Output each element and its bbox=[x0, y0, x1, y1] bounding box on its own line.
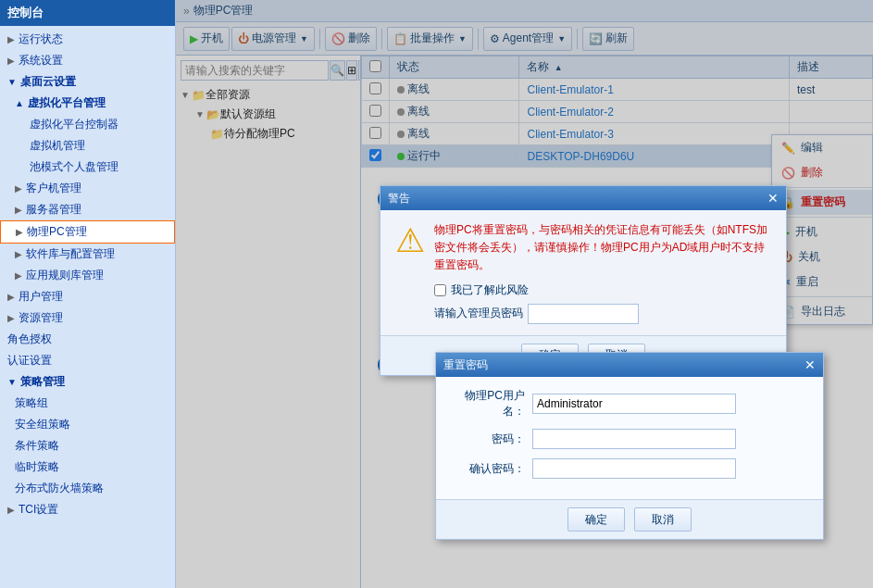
arrow-icon: ▶ bbox=[15, 249, 22, 259]
sidebar-item-tci-settings[interactable]: ▶ TCI设置 bbox=[0, 499, 175, 520]
password-label: 密码： bbox=[451, 432, 525, 447]
arrow-icon: ▶ bbox=[15, 270, 22, 281]
sidebar-item-user-mgr[interactable]: ▶ 用户管理 bbox=[0, 286, 175, 307]
username-label: 物理PC用户名： bbox=[451, 388, 525, 419]
username-row: 物理PC用户名： bbox=[451, 388, 808, 419]
arrow-icon: ▶ bbox=[7, 34, 15, 44]
password-row: 密码： bbox=[451, 429, 808, 449]
sidebar-item-auth-settings[interactable]: 认证设置 bbox=[0, 350, 175, 371]
arrow-icon: ▶ bbox=[15, 183, 22, 194]
sidebar-header: 控制台 bbox=[0, 0, 175, 26]
sidebar-item-role-auth[interactable]: 角色授权 bbox=[0, 329, 175, 350]
reset-dialog-title: 重置密码 ✕ bbox=[436, 353, 823, 377]
sidebar-item-security-policy[interactable]: 安全组策略 bbox=[0, 414, 175, 435]
sidebar-item-temp-policy[interactable]: 临时策略 bbox=[0, 457, 175, 478]
warning-dialog: 警告 ✕ ⚠ 物理PC将重置密码，与密码相关的凭证信息有可能丢失（如NTFS加密… bbox=[380, 185, 787, 376]
sidebar-item-sw-config[interactable]: ▶ 软件库与配置管理 bbox=[0, 244, 175, 265]
arrow-icon: ▶ bbox=[7, 56, 15, 66]
reset-dialog-content: 物理PC用户名： 密码： 确认密码： bbox=[436, 377, 823, 499]
arrow-icon: ▼ bbox=[7, 377, 17, 387]
sidebar-item-sys-settings[interactable]: ▶ 系统设置 bbox=[0, 50, 175, 71]
arrow-icon: ▼ bbox=[7, 77, 17, 87]
sidebar-item-physical-pc[interactable]: ▶ 物理PC管理 bbox=[0, 220, 175, 244]
arrow-icon: ▶ bbox=[16, 227, 23, 237]
reset-dialog-footer: 确定 取消 bbox=[436, 499, 823, 539]
password-input[interactable] bbox=[532, 429, 736, 449]
sidebar-item-app-policy[interactable]: ▶ 应用规则库管理 bbox=[0, 265, 175, 286]
sidebar-item-condition-policy[interactable]: 条件策略 bbox=[0, 435, 175, 457]
sidebar-item-res-mgr[interactable]: ▶ 资源管理 bbox=[0, 307, 175, 329]
sidebar-section: ▶ 运行状态 ▶ 系统设置 ▼ 桌面云设置 ▲ 虚拟化平台管理 虚拟化平台控制器… bbox=[0, 26, 175, 523]
sidebar-item-virt-platform[interactable]: ▲ 虚拟化平台管理 bbox=[0, 93, 175, 114]
reset-close-button[interactable]: ✕ bbox=[804, 357, 816, 372]
arrow-icon: ▶ bbox=[7, 505, 15, 515]
warning-icon: ⚠ bbox=[395, 221, 425, 324]
sidebar-item-policy-grp[interactable]: 策略组 bbox=[0, 393, 175, 414]
sidebar-item-desktop-cloud[interactable]: ▼ 桌面云设置 bbox=[0, 71, 175, 93]
admin-password-input[interactable] bbox=[528, 304, 639, 324]
sidebar-item-server-mgr[interactable]: ▶ 服务器管理 bbox=[0, 199, 175, 220]
arrow-icon: ▲ bbox=[15, 98, 24, 108]
sidebar-item-virt-controller[interactable]: 虚拟化平台控制器 bbox=[0, 114, 175, 135]
warning-text: 物理PC将重置密码，与密码相关的凭证信息有可能丢失（如NTFS加密文件将会丢失）… bbox=[434, 221, 771, 275]
risk-checkbox[interactable] bbox=[434, 284, 446, 296]
warning-close-button[interactable]: ✕ bbox=[767, 191, 779, 206]
warning-dialog-title: 警告 ✕ bbox=[380, 186, 786, 210]
sidebar: 控制台 ▶ 运行状态 ▶ 系统设置 ▼ 桌面云设置 ▲ 虚拟化平台管理 虚拟化平… bbox=[0, 0, 176, 588]
reset-confirm-button[interactable]: 确定 bbox=[567, 507, 625, 532]
confirm-pwd-label: 确认密码： bbox=[451, 461, 525, 477]
confirm-pwd-row: 确认密码： bbox=[451, 458, 808, 479]
warning-body: ⚠ 物理PC将重置密码，与密码相关的凭证信息有可能丢失（如NTFS加密文件将会丢… bbox=[380, 210, 786, 335]
username-input[interactable] bbox=[532, 394, 736, 414]
sidebar-item-pool-disk[interactable]: 池模式个人盘管理 bbox=[0, 156, 175, 178]
warning-input-row: 请输入管理员密码 bbox=[434, 304, 771, 324]
arrow-icon: ▶ bbox=[7, 313, 15, 323]
sidebar-item-policy-mgr[interactable]: ▼ 策略管理 bbox=[0, 371, 175, 393]
arrow-icon: ▶ bbox=[15, 205, 22, 215]
sidebar-item-client-mgr[interactable]: ▶ 客户机管理 bbox=[0, 178, 175, 199]
sidebar-item-run-status[interactable]: ▶ 运行状态 bbox=[0, 29, 175, 50]
sidebar-item-distributed-fw[interactable]: 分布式防火墙策略 bbox=[0, 478, 175, 499]
reset-password-dialog: 重置密码 ✕ 物理PC用户名： 密码： 确认密码： 确定 取消 bbox=[435, 352, 824, 540]
warning-content: 物理PC将重置密码，与密码相关的凭证信息有可能丢失（如NTFS加密文件将会丢失）… bbox=[434, 221, 771, 324]
sidebar-item-vm-mgr[interactable]: 虚拟机管理 bbox=[0, 135, 175, 156]
confirm-password-input[interactable] bbox=[532, 458, 736, 479]
main-area: » 物理PC管理 ▶ 开机 ⏻ 电源管理 ▼ 🚫 删除 📋 批量操作 ▼ ⚙ A… bbox=[176, 0, 873, 588]
arrow-icon: ▶ bbox=[7, 292, 15, 302]
warning-check-row: 我已了解此风险 bbox=[434, 282, 771, 298]
reset-cancel-button[interactable]: 取消 bbox=[634, 507, 692, 532]
